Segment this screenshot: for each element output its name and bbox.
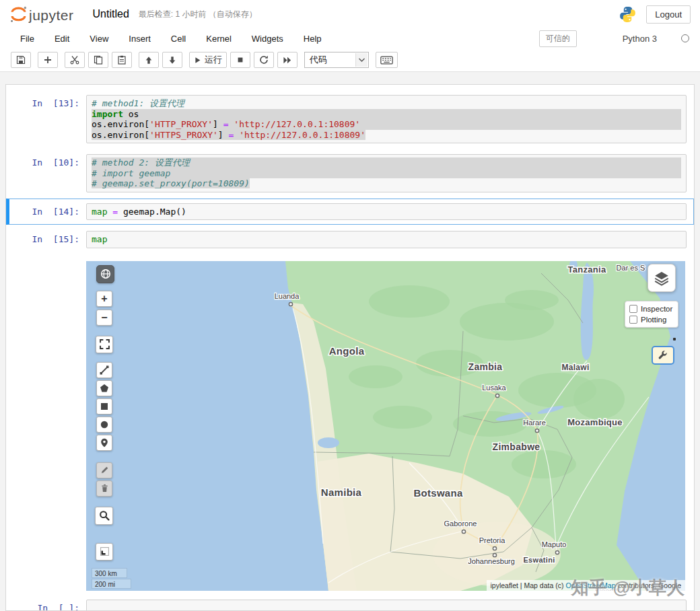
cell-type-select[interactable]: 代码 [304, 52, 369, 68]
globe-button[interactable] [96, 265, 114, 283]
cell-type-value: 代码 [310, 54, 327, 66]
trash-icon [100, 484, 109, 493]
code-token: = [112, 207, 118, 217]
zoom-out-button[interactable]: − [96, 310, 112, 326]
map-output[interactable]: TanzaniaAngolaZambiaMalawiMozambiqueZimb… [86, 261, 685, 591]
inspector-panel: Inspector Plotting [625, 301, 678, 328]
input-prompt: In [13]: [13, 95, 86, 143]
country-label: Malawi [561, 363, 589, 372]
add-cell-button[interactable] [38, 52, 58, 68]
code-input[interactable]: # method1: 设置代理import osos.environ['HTTP… [86, 95, 687, 143]
code-token: 'HTTPS_PROXY' [149, 130, 218, 140]
zoom-in-button[interactable]: + [96, 291, 112, 307]
code-token: 'http://127.0.0.1:10809' [239, 130, 365, 140]
input-prompt: In [10]: [13, 154, 86, 192]
copy-button[interactable] [88, 52, 108, 68]
move-cell-down-button[interactable] [162, 52, 182, 68]
search-icon [99, 510, 110, 521]
logout-button[interactable]: Logout [646, 5, 691, 24]
run-button[interactable]: 运行 [189, 52, 227, 68]
code-token: os [123, 109, 139, 119]
code-line: # geemap.set_proxy(port=10809) [92, 178, 681, 189]
paste-button[interactable] [112, 52, 132, 68]
layers-button[interactable] [648, 264, 676, 292]
paste-icon [117, 55, 127, 65]
draw-rectangle-button[interactable] [96, 398, 112, 415]
lake-etosha [318, 437, 339, 448]
toolbar-wrench-button[interactable] [652, 346, 674, 365]
plotting-label: Plotting [641, 316, 666, 324]
move-cell-up-button[interactable] [139, 52, 159, 68]
menu-view[interactable]: View [90, 34, 108, 44]
code-cell-10[interactable]: In [10]: # method 2: 设置代理# import geemap… [6, 149, 694, 197]
menu-widgets[interactable]: Widgets [252, 34, 283, 44]
code-cell-13[interactable]: In [13]: # method1: 设置代理import osos.envi… [6, 90, 694, 148]
interrupt-kernel-button[interactable] [230, 52, 250, 68]
fullscreen-button[interactable] [96, 336, 113, 353]
city-label: Luanda [275, 292, 300, 300]
watermark: 知乎 @小草人 [571, 576, 685, 600]
code-cell-14-selected[interactable]: In [14]: map = geemap.Map() [6, 199, 694, 225]
inspector-label: Inspector [641, 305, 672, 313]
code-token [234, 130, 239, 140]
code-token: map [92, 207, 107, 217]
menu-cell[interactable]: Cell [171, 34, 186, 44]
layers-icon [652, 268, 672, 288]
chevron-down-icon [355, 53, 368, 67]
map-canvas[interactable]: TanzaniaAngolaZambiaMalawiMozambiqueZimb… [86, 261, 685, 591]
notebook-background: In [13]: # method1: 设置代理import osos.envi… [0, 72, 700, 611]
output-prompt [13, 261, 86, 591]
code-input[interactable] [86, 600, 687, 611]
save-icon [16, 55, 26, 65]
arrow-down-icon [168, 56, 176, 65]
country-label: Angola [329, 345, 365, 357]
polyline-icon [100, 365, 109, 375]
code-cell-15[interactable]: In [15]: map [6, 226, 694, 253]
code-input[interactable]: # method 2: 设置代理# import geemap# geemap.… [86, 154, 687, 192]
search-button[interactable] [95, 507, 113, 525]
country-label: Eswatini [523, 556, 555, 564]
command-palette-button[interactable] [376, 52, 398, 68]
jupyter-logo-icon [9, 5, 28, 24]
plus-icon [44, 56, 52, 64]
cut-button[interactable] [65, 52, 85, 68]
stop-icon [236, 56, 244, 64]
draw-marker-button[interactable] [96, 435, 112, 451]
restart-kernel-button[interactable] [254, 52, 274, 68]
plotting-checkbox[interactable] [629, 316, 637, 324]
code-token: map [92, 234, 107, 244]
measure-button[interactable] [96, 543, 113, 561]
inspector-checkbox[interactable] [629, 305, 637, 313]
notebook-title[interactable]: Untitled [93, 8, 129, 20]
draw-polyline-button[interactable] [96, 362, 112, 378]
jupyter-logo[interactable]: jupyter [9, 5, 74, 24]
menu-help[interactable]: Help [304, 34, 322, 44]
code-line: import os [92, 109, 681, 120]
city-label: Pretoria [479, 536, 505, 544]
code-token: = [223, 119, 229, 129]
code-input[interactable]: map [86, 231, 687, 248]
code-input[interactable]: map = geemap.Map() [86, 203, 687, 221]
restart-run-all-button[interactable] [277, 52, 298, 68]
draw-polygon-button[interactable] [96, 380, 112, 396]
inspector-row[interactable]: Inspector [629, 305, 674, 313]
edit-layers-button[interactable] [96, 462, 112, 478]
code-token: # method 2: 设置代理 [92, 157, 190, 168]
draw-circle-button[interactable] [96, 417, 112, 433]
plotting-row[interactable]: Plotting [629, 316, 674, 324]
country-label: Botswana [413, 487, 463, 499]
code-line: map = geemap.Map() [92, 207, 681, 217]
save-button[interactable] [11, 52, 31, 68]
scale-bar-mi: 200 mi [92, 579, 131, 589]
menu-file[interactable]: File [20, 34, 34, 44]
delete-layers-button[interactable] [96, 480, 112, 497]
globe-icon [100, 268, 111, 279]
menu-insert[interactable]: Insert [129, 34, 151, 44]
menu-edit[interactable]: Edit [55, 34, 69, 44]
city-dot [493, 546, 496, 550]
checkpoint-status: 最后检查: 1 小时前 （自动保存） [139, 9, 257, 20]
copy-icon [94, 55, 103, 65]
menu-kernel[interactable]: Kernel [206, 34, 232, 44]
country-label: Zambia [468, 361, 503, 372]
country-label: Namibia [321, 487, 362, 498]
